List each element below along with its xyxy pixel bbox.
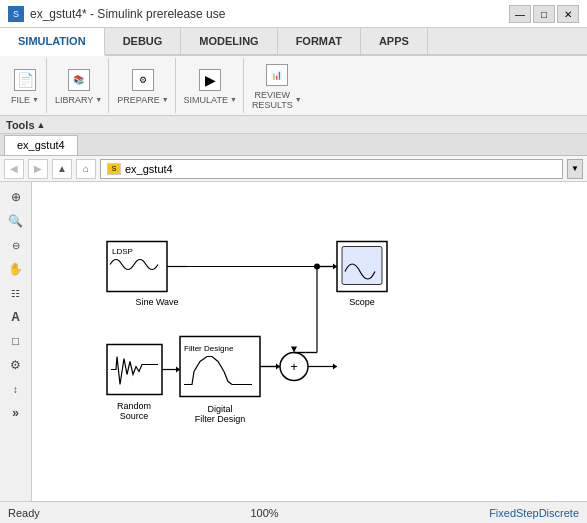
minimize-button[interactable]: — xyxy=(509,5,531,23)
tab-debug[interactable]: DEBUG xyxy=(105,28,182,54)
svg-text:Scope: Scope xyxy=(349,297,375,307)
highlight-button[interactable]: ☷ xyxy=(4,282,28,304)
title-bar: S ex_gstut4* - Simulink prerelease use —… xyxy=(0,0,587,28)
status-solver: FixedStepDiscrete xyxy=(489,507,579,519)
svg-text:Filter Designe: Filter Designe xyxy=(184,344,234,353)
toolbar-group-library: 📚 LIBRARY ▼ xyxy=(49,58,109,113)
svg-text:Random: Random xyxy=(117,401,151,411)
window-title: ex_gstut4* - Simulink prerelease use xyxy=(30,7,225,21)
tools-bar: Tools ▲ xyxy=(0,116,587,134)
diagram-svg: LDSP Sine Wave Scope xyxy=(32,182,587,501)
maximize-button[interactable]: □ xyxy=(533,5,555,23)
simulate-label: SIMULATE xyxy=(184,95,228,105)
review-button[interactable]: 📊 xyxy=(262,62,292,88)
tab-apps[interactable]: APPS xyxy=(361,28,428,54)
close-button[interactable]: ✕ xyxy=(557,5,579,23)
model-tab[interactable]: ex_gstut4 xyxy=(4,135,78,155)
svg-marker-30 xyxy=(333,364,337,370)
left-toolbar: ⊕ 🔍 ⊖ ✋ ☷ A □ ⚙ ↕ » xyxy=(0,182,32,501)
simulate-icon: ▶ xyxy=(199,69,221,91)
file-button[interactable]: 📄 xyxy=(10,67,40,93)
main-toolbar: 📄 FILE ▼ 📚 LIBRARY ▼ ⚙ PREPARE ▼ ▶ SIMUL… xyxy=(0,56,587,116)
more-button[interactable]: » xyxy=(4,402,28,424)
window-controls: — □ ✕ xyxy=(509,5,579,23)
library-label: LIBRARY xyxy=(55,95,93,105)
tab-format[interactable]: FORMAT xyxy=(278,28,361,54)
svg-text:Source: Source xyxy=(120,411,149,421)
toolbar-group-prepare: ⚙ PREPARE ▼ xyxy=(111,58,175,113)
block-button[interactable]: □ xyxy=(4,330,28,352)
address-text: ex_gstut4 xyxy=(125,163,173,175)
tab-bar: ex_gstut4 xyxy=(0,134,587,156)
tools-expand-icon[interactable]: ▲ xyxy=(37,120,46,130)
content-area: ⊕ 🔍 ⊖ ✋ ☷ A □ ⚙ ↕ » LDSP Sine Wave xyxy=(0,182,587,501)
prepare-icon: ⚙ xyxy=(132,69,154,91)
library-icon: 📚 xyxy=(68,69,90,91)
status-zoom: 100% xyxy=(250,507,278,519)
simulate-dropdown-icon[interactable]: ▼ xyxy=(230,96,237,103)
svg-text:Filter Design: Filter Design xyxy=(195,414,246,424)
tab-simulation[interactable]: SIMULATION xyxy=(0,28,105,56)
address-bar: ◀ ▶ ▲ ⌂ S ex_gstut4 ▼ xyxy=(0,156,587,182)
prepare-label: PREPARE xyxy=(117,95,159,105)
svg-text:Digital: Digital xyxy=(207,404,232,414)
zoom-in-button[interactable]: 🔍 xyxy=(4,210,28,232)
tools-label: Tools xyxy=(6,119,35,131)
digital-filter-block[interactable]: Filter Designe Digital Filter Design xyxy=(180,337,280,424)
svg-marker-27 xyxy=(291,347,297,353)
back-button[interactable]: ◀ xyxy=(4,159,24,179)
simulate-button[interactable]: ▶ xyxy=(195,67,225,93)
svg-text:LDSP: LDSP xyxy=(112,247,133,256)
library-dropdown-icon[interactable]: ▼ xyxy=(95,96,102,103)
forward-button[interactable]: ▶ xyxy=(28,159,48,179)
sine-wave-block[interactable]: LDSP Sine Wave xyxy=(107,242,187,307)
pan-button[interactable]: ✋ xyxy=(4,258,28,280)
file-dropdown-icon[interactable]: ▼ xyxy=(32,96,39,103)
prepare-button[interactable]: ⚙ xyxy=(128,67,158,93)
menu-tabs: SIMULATION DEBUG MODELING FORMAT APPS xyxy=(0,28,587,56)
svg-text:+: + xyxy=(290,359,298,374)
random-source-block[interactable]: Random Source xyxy=(107,345,180,421)
resize-button[interactable]: ↕ xyxy=(4,378,28,400)
status-ready: Ready xyxy=(8,507,40,519)
toolbar-group-file: 📄 FILE ▼ xyxy=(4,58,47,113)
zoom-out-button[interactable]: ⊖ xyxy=(4,234,28,256)
up-button[interactable]: ▲ xyxy=(52,159,72,179)
status-bar: Ready 100% FixedStepDiscrete xyxy=(0,501,587,523)
file-label: FILE xyxy=(11,95,30,105)
zoom-fit-button[interactable]: ⊕ xyxy=(4,186,28,208)
tab-modeling[interactable]: MODELING xyxy=(181,28,277,54)
prepare-dropdown-icon[interactable]: ▼ xyxy=(162,96,169,103)
home-button[interactable]: ⌂ xyxy=(76,159,96,179)
svg-rect-5 xyxy=(342,247,382,285)
review-icon: 📊 xyxy=(266,64,288,86)
toolbar-group-review: 📊 REVIEW RESULTS ▼ xyxy=(246,58,308,113)
review-dropdown-icon[interactable]: ▼ xyxy=(295,96,302,103)
svg-text:Sine Wave: Sine Wave xyxy=(135,297,178,307)
settings-button[interactable]: ⚙ xyxy=(4,354,28,376)
model-path-icon: S xyxy=(107,163,121,175)
app-icon: S xyxy=(8,6,24,22)
review-label: REVIEW RESULTS xyxy=(252,90,293,110)
toolbar-group-simulate: ▶ SIMULATE ▼ xyxy=(178,58,244,113)
diagram-canvas[interactable]: LDSP Sine Wave Scope xyxy=(32,182,587,501)
file-icon: 📄 xyxy=(14,69,36,91)
scope-block[interactable]: Scope xyxy=(317,242,387,307)
address-path: S ex_gstut4 xyxy=(100,159,563,179)
sum-block[interactable]: + xyxy=(280,353,337,381)
text-button[interactable]: A xyxy=(4,306,28,328)
address-dropdown[interactable]: ▼ xyxy=(567,159,583,179)
svg-marker-29 xyxy=(276,364,280,370)
library-button[interactable]: 📚 xyxy=(64,67,94,93)
model-tab-label: ex_gstut4 xyxy=(17,139,65,151)
